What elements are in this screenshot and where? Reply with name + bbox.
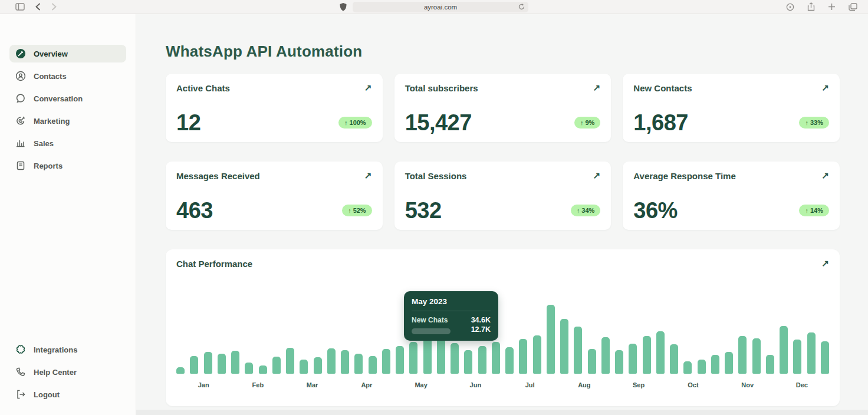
chart-bar[interactable]	[519, 339, 527, 374]
sales-icon	[15, 138, 26, 149]
chart-bar[interactable]	[231, 351, 239, 374]
page-settings-icon[interactable]	[786, 3, 794, 11]
tab-overview-icon[interactable]	[849, 3, 857, 11]
chart-bar[interactable]	[341, 350, 349, 374]
month-label: Nov	[721, 381, 775, 388]
stat-external-link-icon[interactable]: ↗	[821, 83, 829, 92]
sidebar-item-contacts[interactable]: Contacts	[9, 67, 126, 85]
privacy-shield-icon[interactable]	[340, 3, 347, 11]
chart-bar[interactable]	[588, 349, 596, 374]
address-bar[interactable]: ayroai.com	[353, 2, 528, 12]
chart-bar[interactable]	[272, 357, 281, 374]
forward-button-icon[interactable]	[51, 3, 57, 11]
stat-card-value: 15,427	[405, 111, 472, 134]
stat-delta-value: 9%	[585, 119, 594, 126]
stat-cards-grid: Active Chats ↗ 12 ↑100% Total subscriber…	[166, 74, 840, 230]
chart-bar[interactable]	[574, 327, 582, 374]
month-label: Aug	[557, 381, 611, 388]
sidebar-item-label: Help Center	[34, 368, 77, 377]
chart-bar[interactable]	[725, 352, 733, 374]
chart-bar[interactable]	[793, 340, 801, 374]
chart-external-link-icon[interactable]: ↗	[821, 259, 829, 268]
stat-external-link-icon[interactable]: ↗	[593, 83, 601, 92]
chart-bar[interactable]	[409, 342, 417, 374]
stat-card-title: Total subscribers	[405, 83, 478, 93]
sidebar: OverviewContactsConversationMarketingSal…	[0, 14, 136, 415]
chart-bar[interactable]	[643, 336, 651, 374]
overview-icon	[15, 48, 26, 59]
stat-card-value: 532	[405, 199, 442, 222]
sidebar-item-label: Conversation	[34, 94, 83, 103]
up-arrow-icon: ↑	[580, 119, 584, 126]
sidebar-item-integrations[interactable]: Integrations	[9, 341, 126, 358]
chart-bar[interactable]	[369, 356, 377, 374]
chart-bar[interactable]	[382, 349, 390, 374]
stat-external-link-icon[interactable]: ↗	[364, 171, 372, 180]
chart-bar[interactable]	[492, 342, 500, 374]
stat-delta-badge: ↑52%	[342, 205, 372, 216]
sidebar-item-help-center[interactable]: Help Center	[9, 363, 126, 381]
sidebar-toggle-icon[interactable]	[15, 3, 25, 11]
tooltip-divider	[412, 311, 491, 311]
stat-delta-value: 34%	[581, 207, 594, 214]
chart-bar[interactable]	[698, 360, 706, 374]
chart-bar[interactable]	[615, 350, 623, 374]
chart-bar[interactable]	[533, 335, 541, 374]
stat-delta-value: 52%	[353, 207, 366, 214]
chart-bar[interactable]	[396, 346, 404, 374]
share-icon[interactable]	[807, 2, 815, 11]
chart-bar[interactable]	[738, 336, 747, 374]
stat-delta-badge: ↑9%	[574, 117, 600, 129]
chart-tooltip: May 2023 New Chats 34.6K 12.7K	[404, 291, 498, 341]
chart-bar[interactable]	[451, 343, 459, 374]
stat-external-link-icon[interactable]: ↗	[364, 83, 372, 92]
chart-bar[interactable]	[601, 337, 610, 374]
chart-bar[interactable]	[286, 348, 294, 374]
chart-bar[interactable]	[560, 319, 568, 374]
chart-bar[interactable]	[656, 331, 665, 374]
chart-bar[interactable]	[423, 338, 432, 374]
chart-bar[interactable]	[683, 361, 692, 374]
chart-bar[interactable]	[547, 305, 555, 374]
chart-bar[interactable]	[218, 354, 226, 374]
chart-bar[interactable]	[670, 344, 678, 374]
stat-external-link-icon[interactable]: ↗	[821, 171, 829, 180]
stat-delta-badge: ↑100%	[338, 117, 372, 129]
stat-delta-badge: ↑14%	[799, 205, 829, 216]
sidebar-item-reports[interactable]: Reports	[9, 157, 126, 174]
page-title: WhatsApp API Automation	[166, 42, 840, 61]
sidebar-item-label: Logout	[34, 390, 60, 399]
chart-bar[interactable]	[629, 344, 637, 374]
new-tab-icon[interactable]	[828, 3, 836, 11]
chart-bar[interactable]	[314, 357, 322, 374]
sidebar-item-conversation[interactable]: Conversation	[9, 90, 126, 107]
sidebar-item-marketing[interactable]: Marketing	[9, 112, 126, 130]
chart-bar[interactable]	[176, 367, 185, 374]
bar-chart-plot: May 2023 New Chats 34.6K 12.7K	[176, 277, 829, 374]
chart-bar[interactable]	[780, 326, 788, 374]
sidebar-item-logout[interactable]: Logout	[9, 386, 126, 403]
back-button-icon[interactable]	[35, 3, 41, 11]
sidebar-item-sales[interactable]: Sales	[9, 134, 126, 152]
month-label: Dec	[775, 381, 829, 388]
chart-bar[interactable]	[478, 346, 486, 374]
chart-bar[interactable]	[354, 354, 363, 374]
chart-bar[interactable]	[464, 350, 472, 374]
stat-external-link-icon[interactable]: ↗	[593, 171, 601, 180]
url-text: ayroai.com	[424, 4, 457, 11]
reload-icon[interactable]	[518, 2, 525, 12]
chart-bar[interactable]	[190, 356, 198, 374]
chart-bar[interactable]	[204, 352, 212, 374]
chart-bar[interactable]	[259, 365, 267, 374]
chart-bar[interactable]	[711, 355, 719, 374]
chart-bar[interactable]	[505, 347, 514, 374]
chart-card: Chat Performance ↗ May 2023 New Chats 34…	[166, 249, 840, 406]
chart-bar[interactable]	[245, 363, 253, 374]
chart-bar[interactable]	[752, 338, 761, 374]
sidebar-item-overview[interactable]: Overview	[9, 45, 126, 62]
chart-bar[interactable]	[327, 348, 336, 374]
chart-bar[interactable]	[821, 341, 829, 374]
chart-bar[interactable]	[807, 332, 816, 374]
chart-bar[interactable]	[300, 360, 308, 374]
chart-bar[interactable]	[766, 355, 774, 374]
